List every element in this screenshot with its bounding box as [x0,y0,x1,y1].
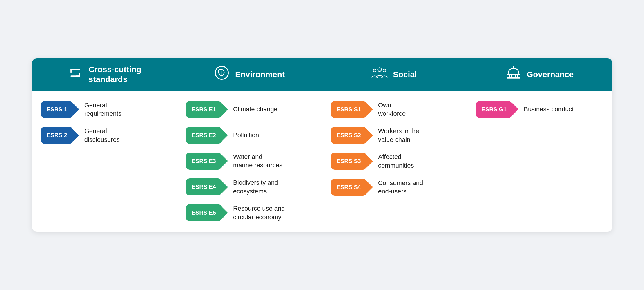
esrs-e1-arrow [222,103,228,116]
governance-title: Governance [527,70,574,79]
esrs-s3-badge: ESRS S3 [331,153,373,170]
esrs-e3-arrow [222,155,228,167]
esrs-1-item: ESRS 1 General requirements [41,101,168,118]
esrs-s1-badge: ESRS S1 [331,101,373,118]
col-environment: ESRS E1 Climate change ESRS E2 Polluitio… [177,91,322,232]
esrs-1-badge: ESRS 1 [41,101,79,118]
esrs-e3-item: ESRS E3 Water and marine resources [186,153,313,170]
esrs-s2-text: Workers in the value chain [378,127,419,144]
esrs-e1-text: Climate change [233,105,277,114]
esrs-framework-table: Cross-cutting standards Environment [32,58,612,231]
esrs-s4-item: ESRS S4 Consumers and end-users [331,179,458,196]
esrs-e3-text: Water and marine resources [233,153,282,170]
esrs-e4-item: ESRS E4 Biodiversity and ecosystems [186,178,313,195]
svg-point-4 [378,68,382,72]
social-icon [371,65,388,84]
esrs-e5-badge: ESRS E5 [186,204,228,221]
col-governance: ESRS G1 Business conduct [467,91,612,232]
esrs-e3-label: ESRS E3 [186,153,222,170]
esrs-e1-label: ESRS E1 [186,101,222,118]
esrs-s4-badge: ESRS S4 [331,179,373,196]
esrs-e4-badge: ESRS E4 [186,178,228,195]
header-environment: Environment [177,58,322,90]
esrs-e2-label: ESRS E2 [186,127,222,144]
esrs-s2-label: ESRS S2 [331,127,367,144]
esrs-g1-arrow [512,103,518,116]
esrs-1-text: General requirements [84,101,121,118]
esrs-g1-text: Business conduct [524,105,574,114]
esrs-e5-arrow [222,206,228,219]
svg-point-5 [373,69,376,72]
header-governance: Governance [467,58,612,90]
esrs-s1-item: ESRS S1 Own workforce [331,101,458,118]
esrs-e4-arrow [222,181,228,193]
esrs-e5-label: ESRS E5 [186,204,222,221]
esrs-s3-label: ESRS S3 [331,153,367,170]
esrs-e2-item: ESRS E2 Polluition [186,127,313,144]
esrs-2-label: ESRS 2 [41,127,73,144]
esrs-2-item: ESRS 2 General disclousures [41,127,168,144]
esrs-e3-badge: ESRS E3 [186,153,228,170]
esrs-e2-badge: ESRS E2 [186,127,228,144]
esrs-s1-arrow [367,103,373,116]
esrs-e4-label: ESRS E4 [186,178,222,195]
col-cross-cutting: ESRS 1 General requirements ESRS 2 Gener… [32,91,177,232]
header-social: Social [322,58,467,90]
esrs-2-arrow [73,129,79,142]
header-row: Cross-cutting standards Environment [32,58,612,90]
esrs-s2-arrow [367,129,373,142]
esrs-s4-text: Consumers and end-users [378,179,423,196]
content-row: ESRS 1 General requirements ESRS 2 Gener… [32,91,612,232]
esrs-s2-item: ESRS S2 Workers in the value chain [331,127,458,144]
arrows-icon [67,65,84,84]
esrs-e2-arrow [222,129,228,142]
esrs-e5-item: ESRS E5 Resource use and circular econom… [186,204,313,221]
esrs-1-arrow [73,103,79,116]
header-cross-cutting: Cross-cutting standards [32,58,177,90]
esrs-s1-label: ESRS S1 [331,101,367,118]
esrs-1-label: ESRS 1 [41,101,73,118]
esrs-s3-arrow [367,155,373,168]
esrs-s4-arrow [367,181,373,193]
governance-icon [505,65,522,84]
esrs-e1-badge: ESRS E1 [186,101,228,118]
cross-cutting-title: Cross-cutting standards [89,65,142,84]
esrs-s3-item: ESRS S3 Affected communities [331,153,458,170]
esrs-g1-item: ESRS G1 Business conduct [476,101,603,118]
environment-title: Environment [235,70,285,79]
esrs-g1-badge: ESRS G1 [476,101,519,118]
esrs-g1-label: ESRS G1 [476,101,513,118]
environment-icon [214,65,230,84]
social-title: Social [393,70,417,79]
esrs-s3-text: Affected communities [378,153,414,170]
esrs-s4-label: ESRS S4 [331,179,367,196]
esrs-2-text: General disclousures [84,127,120,144]
esrs-e4-text: Biodiversity and ecosystems [233,178,278,195]
col-social: ESRS S1 Own workforce ESRS S2 Workers in… [322,91,467,232]
esrs-2-badge: ESRS 2 [41,127,79,144]
esrs-e2-text: Polluition [233,131,259,139]
svg-point-6 [383,69,386,72]
esrs-s2-badge: ESRS S2 [331,127,373,144]
esrs-s1-text: Own workforce [378,101,406,118]
esrs-e1-item: ESRS E1 Climate change [186,101,313,118]
esrs-e5-text: Resource use and circular economy [233,204,285,221]
